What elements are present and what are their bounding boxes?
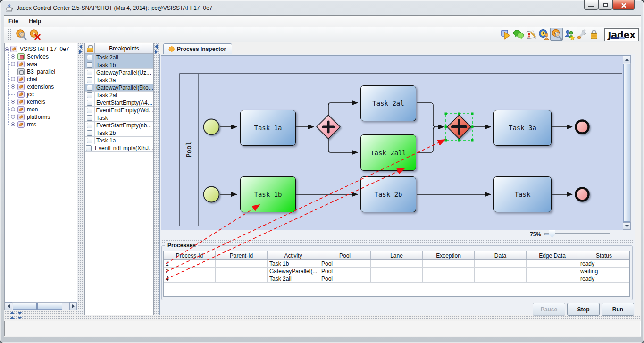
breakpoint-label[interactable]: EventEndEmpty(/Wd... bbox=[95, 107, 153, 114]
gateway-parallel-join-active[interactable] bbox=[447, 115, 471, 139]
tree-item-label[interactable]: extensions bbox=[27, 84, 54, 90]
tree-expand-handle[interactable] bbox=[11, 100, 15, 104]
cell-edge-data[interactable] bbox=[527, 260, 578, 267]
checkbox[interactable] bbox=[87, 138, 92, 143]
minimize-button[interactable] bbox=[584, 0, 598, 10]
menu-help[interactable]: Help bbox=[25, 16, 45, 25]
breakpoint-label[interactable]: Task 2all bbox=[95, 54, 118, 61]
checkbox[interactable] bbox=[87, 130, 92, 136]
cell-pool[interactable]: Pool bbox=[319, 275, 371, 282]
tree-root-label[interactable]: VSISSTAFF17_0e7 bbox=[20, 46, 69, 52]
breakpoint-checkbox-cell[interactable] bbox=[85, 144, 93, 151]
cell-parent-id[interactable] bbox=[216, 260, 268, 267]
collapse-left-icon[interactable] bbox=[155, 44, 158, 49]
tree-expand-handle[interactable] bbox=[11, 77, 15, 81]
tree-item-b3-parallel[interactable]: B3_parallel bbox=[17, 68, 55, 75]
scroll-left-button[interactable] bbox=[5, 302, 12, 310]
tree-expand-handle[interactable] bbox=[11, 54, 15, 59]
scroll-down-button[interactable] bbox=[623, 222, 631, 230]
breakpoint-row[interactable]: Task 1a bbox=[85, 137, 153, 144]
tree-item-jcc[interactable]: jcc bbox=[17, 91, 34, 98]
checkbox[interactable] bbox=[87, 108, 92, 113]
scroll-up-button[interactable] bbox=[623, 56, 631, 63]
breakpoint-label[interactable]: GatewayParallel(Uz... bbox=[95, 69, 151, 76]
tree-hscroll-thumb[interactable] bbox=[13, 303, 62, 310]
cell-exception[interactable] bbox=[423, 268, 475, 275]
cell-pool[interactable]: Pool bbox=[319, 268, 371, 275]
cell-activity[interactable]: Task 1b bbox=[268, 260, 319, 267]
breakpoint-label[interactable]: Task 1b bbox=[95, 62, 116, 68]
end-event-top[interactable] bbox=[576, 121, 589, 134]
cell-exception[interactable] bbox=[423, 275, 475, 282]
cell-data[interactable] bbox=[475, 260, 527, 267]
breakpoint-row[interactable]: EventStartEmpty(A4... bbox=[85, 99, 153, 107]
step-button[interactable]: Step bbox=[567, 303, 600, 316]
breakpoint-label[interactable]: GatewayParallel(5ko... bbox=[95, 84, 153, 91]
breakpoint-checkbox-cell[interactable] bbox=[85, 92, 95, 99]
chat-button[interactable] bbox=[512, 28, 525, 41]
cell-lane[interactable] bbox=[371, 275, 423, 282]
inspector-split-divider[interactable] bbox=[161, 240, 633, 244]
run-button[interactable]: Run bbox=[602, 303, 634, 316]
column-header[interactable]: Data bbox=[475, 251, 527, 259]
tree-item-label[interactable]: Services bbox=[27, 53, 49, 60]
breakpoint-label[interactable]: Task 3a bbox=[95, 77, 116, 84]
breakpoint-row[interactable]: Task 1b bbox=[85, 61, 153, 69]
maximize-button[interactable] bbox=[598, 0, 612, 10]
task-node-plain[interactable]: Task bbox=[493, 176, 552, 212]
starter-button[interactable] bbox=[499, 28, 512, 41]
tab-label[interactable]: Process Inspector bbox=[177, 46, 226, 52]
tree-expand-handle[interactable] bbox=[5, 47, 9, 51]
tree-expand-handle[interactable] bbox=[11, 115, 15, 119]
breakpoints-inspector-splitter[interactable] bbox=[154, 43, 159, 315]
breakpoints-column-header[interactable]: Breakpoints bbox=[95, 43, 153, 53]
cell-edge-data[interactable] bbox=[527, 268, 578, 275]
breakpoint-checkbox-cell[interactable] bbox=[85, 69, 95, 76]
task-node-1a[interactable]: Task 1a bbox=[240, 110, 296, 146]
checkbox[interactable] bbox=[87, 115, 92, 121]
breakpoint-checkbox-cell[interactable] bbox=[85, 54, 95, 61]
task-node-2all-active[interactable]: Task 2all bbox=[360, 134, 416, 171]
column-header[interactable]: Parent-Id bbox=[216, 251, 268, 259]
column-header[interactable]: Status bbox=[578, 251, 629, 259]
close-button[interactable] bbox=[612, 0, 635, 10]
breakpoint-checkbox-cell[interactable] bbox=[85, 84, 95, 91]
collapse-down-icon[interactable] bbox=[17, 317, 22, 319]
breakpoint-row[interactable]: GatewayParallel(Uz... bbox=[85, 69, 153, 76]
task-node-3a[interactable]: Task 3a bbox=[493, 110, 552, 146]
cell-status[interactable]: ready bbox=[578, 260, 629, 267]
checkbox[interactable] bbox=[87, 55, 92, 60]
process-row[interactable]: 2 GatewayParallel(... Pool waiting bbox=[164, 268, 629, 275]
breakpoint-checkbox-cell[interactable] bbox=[85, 129, 95, 136]
breakpoint-checkbox-cell[interactable] bbox=[85, 137, 95, 144]
cell-process-id[interactable]: 2 bbox=[164, 268, 216, 275]
checkbox[interactable] bbox=[87, 123, 92, 128]
cell-status[interactable]: waiting bbox=[578, 268, 629, 275]
breakpoint-label[interactable]: EventEndEmpty(XthJ... bbox=[93, 145, 153, 151]
tree-item-label[interactable]: kernels bbox=[27, 99, 45, 105]
cell-activity[interactable]: Task 2all bbox=[268, 275, 319, 282]
checkbox[interactable] bbox=[86, 145, 92, 151]
checkbox[interactable] bbox=[87, 70, 92, 75]
cell-data[interactable] bbox=[475, 275, 527, 282]
security-button[interactable] bbox=[563, 28, 576, 41]
tree-item-services[interactable]: Services bbox=[17, 53, 49, 60]
column-header[interactable]: Process-Id bbox=[164, 251, 216, 259]
add-platform-button[interactable] bbox=[15, 28, 27, 41]
breakpoint-row[interactable]: Task 2al bbox=[85, 92, 153, 99]
breakpoint-row[interactable]: GatewayParallel(5ko... bbox=[85, 84, 153, 92]
end-event-bottom[interactable] bbox=[576, 188, 589, 201]
breakpoint-row[interactable]: Task 2all bbox=[85, 54, 153, 61]
toolbar-grip[interactable] bbox=[8, 29, 11, 40]
tree-item-label[interactable]: B3_parallel bbox=[27, 68, 55, 75]
breakpoint-checkbox-cell[interactable] bbox=[85, 99, 95, 106]
breakpoint-label[interactable]: Task bbox=[95, 115, 108, 121]
cell-activity[interactable]: GatewayParallel(... bbox=[268, 268, 319, 275]
tree-item-awa[interactable]: awa bbox=[17, 60, 37, 68]
tree-item-label[interactable]: platforms bbox=[27, 114, 50, 120]
breakpoint-label[interactable]: EventStartEmpty(A4... bbox=[95, 100, 152, 106]
breakpoint-checkbox-cell[interactable] bbox=[85, 76, 95, 84]
cell-parent-id[interactable] bbox=[216, 275, 268, 282]
checkbox[interactable] bbox=[87, 62, 92, 68]
breakpoint-row[interactable]: Task 3a bbox=[85, 76, 153, 84]
